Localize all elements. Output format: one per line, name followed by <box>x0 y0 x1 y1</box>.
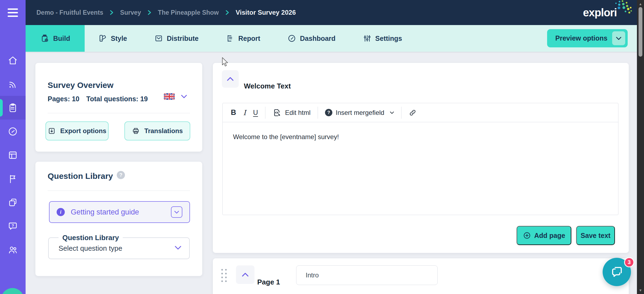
preview-options-label: Preview options <box>555 34 608 42</box>
chat-launcher-button[interactable]: 3 <box>603 258 631 286</box>
sidebar-item-feed[interactable] <box>0 72 26 96</box>
scrollbar-thumb[interactable] <box>639 7 642 57</box>
tabs-rest: Style Distribute Report <box>85 25 402 52</box>
hamburger-icon <box>8 8 18 10</box>
explori-logo: explori <box>583 7 628 19</box>
sidebar-item-users[interactable] <box>0 238 26 262</box>
sidebar-item-pages[interactable] <box>0 143 26 167</box>
question-library-card: Question Library ? i Getting started gui… <box>35 162 202 276</box>
style-swatches-icon <box>98 34 107 43</box>
guide-expand-button[interactable] <box>171 206 182 218</box>
topbar: Demo - Fruitful Events Survey The Pineap… <box>26 0 644 25</box>
insert-mergefield-dropdown[interactable]: ? Insert mergefield <box>325 109 394 117</box>
breadcrumb-chevron-icon <box>110 10 114 16</box>
preview-options-button[interactable]: Preview options <box>547 29 628 47</box>
editor-toolbar: B I U Edit html ? Insert mergefield <box>223 103 618 122</box>
rich-text-editor: B I U Edit html ? Insert mergefield <box>222 103 618 215</box>
hamburger-menu-button[interactable] <box>0 0 26 25</box>
sidebar-item-library[interactable] <box>0 191 26 214</box>
translations-printer-icon <box>132 127 140 135</box>
report-lines-icon <box>226 34 234 43</box>
sidebar-item-results[interactable] <box>0 120 26 143</box>
preview-options-caret[interactable] <box>612 31 625 45</box>
breadcrumb-event[interactable]: The Pineapple Show <box>158 9 219 16</box>
tab-dashboard[interactable]: Dashboard <box>287 34 336 43</box>
survey-stats: Pages: 10 Total questions: 19 <box>48 95 148 103</box>
tab-distribute[interactable]: Distribute <box>154 34 199 43</box>
divider <box>48 191 190 191</box>
add-page-button[interactable]: Add page <box>517 226 571 245</box>
underline-button[interactable]: U <box>253 109 258 117</box>
tab-label: Settings <box>375 35 402 42</box>
breadcrumb-account[interactable]: Demo - Fruitful Events <box>36 9 103 16</box>
sidebar-item-home[interactable] <box>0 48 26 72</box>
envelope-icon <box>154 34 163 43</box>
tab-label: Report <box>238 35 260 42</box>
toolbar-divider <box>265 107 266 119</box>
app-screen: Demo - Fruitful Events Survey The Pineap… <box>0 0 644 294</box>
tab-report[interactable]: Report <box>226 34 260 43</box>
collapse-page-button[interactable] <box>236 265 254 284</box>
sidebar-item-support[interactable]: ? <box>0 214 26 238</box>
collapse-welcome-button[interactable] <box>222 70 239 88</box>
translations-button[interactable]: Translations <box>124 121 190 140</box>
mouse-cursor <box>221 57 229 68</box>
sidebar-item-flags[interactable] <box>0 167 26 191</box>
tab-style[interactable]: Style <box>98 34 127 43</box>
export-options-button[interactable]: Export options <box>45 121 109 140</box>
scroll-up-arrow[interactable]: ▲ <box>637 1 644 7</box>
translations-label: Translations <box>144 127 183 135</box>
browser-scrollbar[interactable]: ▲ ▼ <box>637 0 644 294</box>
help-chat-icon: ? <box>8 221 18 231</box>
welcome-text-title: Welcome Text <box>244 82 291 90</box>
page-1-card: Page 1 <box>213 258 629 294</box>
edit-html-button[interactable]: Edit html <box>272 108 310 117</box>
chevron-up-icon <box>242 272 249 277</box>
language-selector[interactable] <box>164 93 187 100</box>
questions-count: Total questions: 19 <box>86 95 148 103</box>
italic-button[interactable]: I <box>243 109 246 117</box>
save-text-button[interactable]: Save text <box>576 226 615 245</box>
save-text-label: Save text <box>581 232 611 240</box>
page-name-input[interactable] <box>296 265 438 285</box>
tab-label: Dashboard <box>300 35 336 42</box>
layout-icon <box>8 150 18 160</box>
scroll-down-arrow[interactable]: ▼ <box>637 287 644 293</box>
sidebar-items: ? <box>0 48 26 262</box>
tab-label: Distribute <box>167 35 199 42</box>
getting-started-guide[interactable]: i Getting started guide <box>49 201 190 223</box>
question-library-header: Question Library ? <box>48 171 125 181</box>
editor-content[interactable]: Welcome to the [eventname] survey! <box>223 122 618 152</box>
question-library-title: Question Library <box>48 171 113 181</box>
sidebar-item-surveys[interactable] <box>0 96 26 120</box>
export-options-label: Export options <box>60 127 106 135</box>
breadcrumb-survey[interactable]: Survey <box>120 9 141 16</box>
question-type-select[interactable]: Question Library Select question type <box>48 237 190 259</box>
toolbar-divider <box>318 107 318 119</box>
help-icon[interactable]: ? <box>117 171 125 179</box>
chat-bubbles-icon <box>609 264 625 280</box>
drag-handle[interactable] <box>221 269 227 282</box>
question-type-placeholder: Select question type <box>59 238 122 259</box>
home-icon <box>8 55 18 66</box>
tab-label: Style <box>111 35 127 42</box>
info-icon: i <box>57 208 65 216</box>
link-button[interactable] <box>409 109 417 117</box>
users-icon <box>8 245 18 255</box>
gauge-icon <box>287 34 296 43</box>
sidebar-bottom-fab[interactable] <box>1 288 24 294</box>
breadcrumb-chevron-icon <box>148 10 151 16</box>
page-title: Page 1 <box>257 278 280 286</box>
chevron-down-icon <box>174 210 179 214</box>
mergefield-help-icon: ? <box>325 109 332 116</box>
edit-html-label: Edit html <box>285 109 310 117</box>
chevron-down-icon <box>174 246 182 250</box>
bold-button[interactable]: B <box>231 108 236 117</box>
link-icon <box>409 109 417 117</box>
tab-build[interactable]: Build <box>26 25 85 52</box>
tab-settings[interactable]: Settings <box>363 34 402 43</box>
breadcrumb: Demo - Fruitful Events Survey The Pineap… <box>36 9 296 16</box>
section-tabbar: Build Style <box>26 25 644 52</box>
copy-cards-icon <box>8 197 18 208</box>
divider <box>48 113 190 113</box>
